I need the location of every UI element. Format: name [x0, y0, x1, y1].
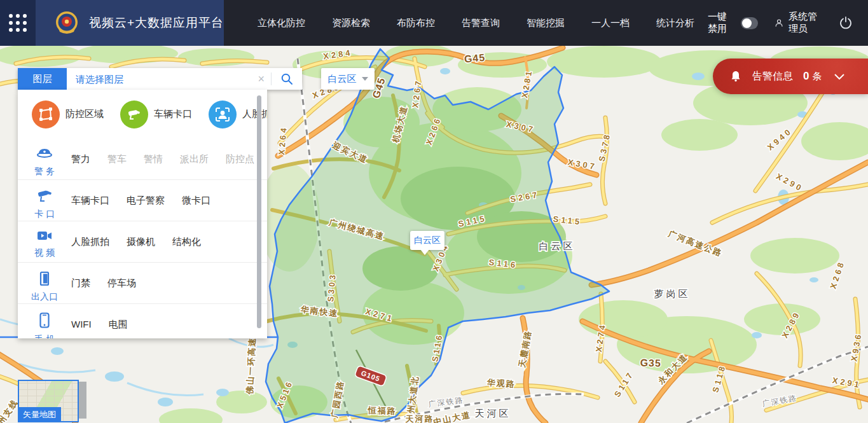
alert-label: 告警信息: [752, 70, 793, 83]
layer-search-box: ×: [67, 68, 302, 90]
quick-layer-1[interactable]: 车辆卡口: [120, 101, 192, 128]
category-label: 视 频: [34, 247, 55, 259]
layer-search-input[interactable]: [67, 74, 251, 85]
category-header-1[interactable]: 卡 口: [18, 180, 71, 221]
layer-item-0-2[interactable]: 警情: [144, 153, 163, 165]
layer-item-2-1[interactable]: 摄像机: [127, 236, 155, 248]
region-icon: [32, 101, 60, 128]
category-row-3: 出入口门禁停车场: [18, 262, 267, 303]
search-button[interactable]: [272, 73, 302, 85]
quick-layer-label: 人脸抓拍: [242, 108, 267, 120]
power-icon: [839, 16, 853, 30]
layer-item-4-1[interactable]: 电围: [109, 319, 128, 331]
category-label: 手 机: [34, 334, 55, 338]
layer-categories: 警 务警力警车警情派出所防控点卡 口车辆卡口电子警察微卡口视 频人脸抓拍摄像机结…: [18, 139, 267, 338]
nav-item-0[interactable]: 立体化防控: [258, 17, 305, 29]
map-canvas[interactable]: X283X284G45G45X281X267X266机场大道迎宾大道X264广州…: [0, 46, 868, 423]
layer-item-1-2[interactable]: 微卡口: [182, 195, 210, 207]
map-label: 华观路: [486, 377, 516, 389]
nav-item-6[interactable]: 统计分析: [656, 17, 694, 29]
category-row-2: 视 频人脸抓拍摄像机结构化: [18, 221, 267, 262]
layer-item-3-0[interactable]: 门禁: [71, 277, 90, 289]
alert-unit: 条: [812, 71, 822, 83]
layer-item-2-2[interactable]: 结构化: [172, 236, 201, 248]
quick-layer-0[interactable]: 防控区域: [32, 101, 104, 128]
minimap-secondary-thumb[interactable]: [78, 382, 86, 419]
category-header-3[interactable]: 出入口: [18, 263, 71, 303]
layer-item-1-1[interactable]: 电子警察: [127, 195, 165, 207]
nav-item-4[interactable]: 智能挖掘: [527, 17, 565, 29]
category-header-4[interactable]: 手 机: [18, 304, 71, 338]
layer-item-0-3[interactable]: 派出所: [180, 153, 209, 165]
alert-banner[interactable]: 告警信息 0 条: [713, 59, 868, 94]
quick-layer-row: 防控区域车辆卡口人脸抓拍: [18, 90, 267, 139]
category-row-4: 手 机WIFI电围: [18, 303, 267, 338]
minimap[interactable]: 矢量地图: [18, 380, 79, 422]
map-label: G45: [464, 52, 486, 65]
phone-icon: [39, 312, 50, 331]
user-menu[interactable]: 系统管理员: [775, 11, 822, 35]
nav-item-1[interactable]: 资源检索: [332, 17, 370, 29]
face-capture-icon: [209, 101, 237, 128]
chevron-down-icon: [362, 77, 368, 81]
layer-item-0-1[interactable]: 警车: [107, 153, 127, 165]
map-label: 天河区: [475, 408, 511, 419]
logout-button[interactable]: [839, 16, 853, 30]
category-header-2[interactable]: 视 频: [18, 221, 71, 262]
district-selector[interactable]: 白云区: [321, 68, 375, 90]
vehicle-camera-icon: [120, 101, 148, 128]
user-name: 系统管理员: [789, 11, 822, 35]
bell-icon: [729, 70, 742, 83]
category-header-0[interactable]: 警 务: [18, 139, 71, 179]
alert-count: 0: [803, 70, 809, 83]
apps-grid-icon: [9, 14, 27, 32]
checkpoint-camera-icon: [36, 188, 53, 206]
layer-panel-body: 防控区域车辆卡口人脸抓拍 警 务警力警车警情派出所防控点卡 口车辆卡口电子警察微…: [18, 90, 267, 338]
main-nav: 立体化防控资源检索布防布控告警查询智能挖掘一人一档统计分析: [244, 0, 708, 46]
district-tooltip: 白云区: [410, 231, 444, 250]
map-label: 恒福路: [367, 405, 396, 416]
nav-item-2[interactable]: 布防布控: [397, 17, 435, 29]
app-root: 视频云+大数据应用平台 立体化防控资源检索布防布控告警查询智能挖掘一人一档统计分…: [0, 0, 868, 423]
top-controls: 一键禁用 系统管理员: [708, 0, 853, 46]
layer-panel: 图层 × 防控区域车辆卡口人脸抓拍 警 务警力警车警情派出所防控点卡 口车辆卡口…: [18, 68, 302, 338]
layer-item-3-1[interactable]: 停车场: [107, 277, 136, 289]
chevron-down-icon[interactable]: [834, 74, 844, 80]
map-label: G35: [640, 357, 661, 368]
map-label: 萝岗区: [654, 288, 691, 299]
layer-item-0-4[interactable]: 防控点: [226, 153, 254, 165]
clear-icon[interactable]: ×: [251, 73, 271, 86]
category-row-1: 卡 口车辆卡口电子警察微卡口: [18, 179, 267, 221]
video-camera-icon: [36, 230, 53, 245]
tab-layers[interactable]: 图层: [18, 68, 67, 90]
nav-item-3[interactable]: 告警查询: [462, 17, 500, 29]
layer-item-2-0[interactable]: 人脸抓拍: [71, 236, 109, 248]
door-icon: [38, 271, 51, 289]
category-label: 卡 口: [34, 209, 55, 220]
quick-disable: 一键禁用: [708, 11, 758, 35]
police-badge-logo: [53, 10, 80, 36]
category-label: 出入口: [31, 291, 58, 303]
layer-item-0-0[interactable]: 警力: [71, 153, 90, 165]
panel-scrollbar[interactable]: [257, 95, 261, 328]
top-navbar: 视频云+大数据应用平台 立体化防控资源检索布防布控告警查询智能挖掘一人一档统计分…: [0, 0, 868, 46]
quick-layer-label: 车辆卡口: [154, 108, 192, 120]
layer-panel-header: 图层 ×: [18, 68, 302, 90]
quick-layer-label: 防控区域: [65, 108, 104, 120]
search-icon: [280, 73, 293, 85]
layer-item-4-0[interactable]: WIFI: [71, 319, 92, 329]
app-title: 视频云+大数据应用平台: [89, 15, 224, 31]
category-row-0: 警 务警力警车警情派出所防控点: [18, 139, 267, 179]
map-label: 天河路: [405, 414, 434, 423]
map-label: 白云区: [539, 240, 575, 251]
nav-item-5[interactable]: 一人一档: [591, 17, 630, 29]
police-cap-icon: [36, 147, 53, 163]
minimap-label: 矢量地图: [18, 407, 61, 422]
brand: 视频云+大数据应用平台: [36, 0, 224, 46]
user-icon: [775, 17, 783, 29]
layer-item-1-0[interactable]: 车辆卡口: [71, 195, 109, 207]
district-selector-value: 白云区: [328, 73, 357, 85]
category-label: 警 务: [34, 166, 55, 177]
quick-disable-toggle[interactable]: [741, 17, 758, 29]
apps-grid-button[interactable]: [0, 0, 36, 46]
